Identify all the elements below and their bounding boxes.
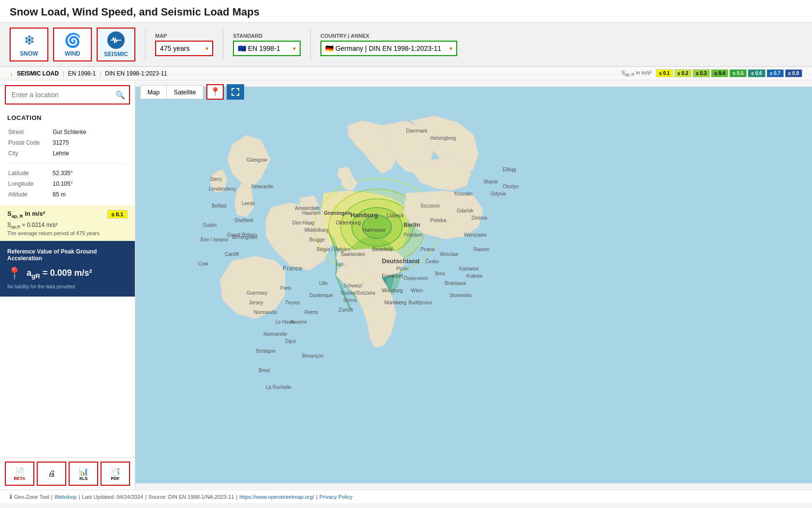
legend-label: Sap, R in m/s² bbox=[622, 70, 652, 77]
pin-icon: 📍 bbox=[7, 267, 22, 280]
svg-text:Česko: Česko bbox=[425, 258, 439, 264]
status-left: ↓ SEISMIC LOAD | EN 1998-1 | DIN EN 1998… bbox=[10, 70, 167, 77]
svg-text:Cork: Cork bbox=[198, 261, 209, 267]
location-row-lon: Longitude 10.105° bbox=[8, 179, 127, 189]
report-button[interactable]: 📄 BETA bbox=[5, 462, 34, 486]
status-standard: EN 1998-1 bbox=[68, 70, 96, 77]
svg-text:Österreich: Österreich bbox=[404, 275, 428, 281]
svg-text:Plzen: Plzen bbox=[396, 266, 408, 271]
location-coords-table: Latitude 52.335° Longitude 10.105° Altit… bbox=[7, 167, 128, 200]
sap-value: Sap,R = 0.0214 m/s² bbox=[7, 222, 128, 229]
standard-select[interactable]: 🇪🇺 EN 1998-1 bbox=[233, 41, 301, 56]
svg-text:Dijon: Dijon bbox=[285, 339, 296, 344]
field-name-street: Street bbox=[8, 127, 52, 137]
legend-item-01: ≤ 0.1 bbox=[656, 69, 673, 77]
svg-text:Wroclaw: Wroclaw bbox=[440, 252, 459, 257]
field-name-postal: Postal Code bbox=[8, 138, 52, 148]
map-area[interactable]: Map Satellite 📍 bbox=[135, 80, 812, 490]
svg-text:Hamburg: Hamburg bbox=[350, 211, 378, 219]
svg-text:Besançon: Besançon bbox=[302, 353, 323, 359]
footer-last-updated: Last Updated: 04/24/2024 bbox=[82, 494, 144, 500]
print-button[interactable]: 🖨 bbox=[37, 462, 66, 486]
svg-text:Saarlandes: Saarlandes bbox=[341, 252, 365, 257]
legend-bar: Sap, R in m/s² ≤ 0.1 ≤ 0.2 ≤ 0.3 ≤ 0.4 ≤… bbox=[622, 69, 803, 77]
svg-text:Budějovice: Budějovice bbox=[408, 300, 432, 305]
toolbar-separator-2 bbox=[223, 30, 223, 59]
field-name-lon: Longitude bbox=[8, 179, 52, 189]
status-bar: ↓ SEISMIC LOAD | EN 1998-1 | DIN EN 1998… bbox=[0, 67, 812, 80]
footer-geo-zone: Geo-Zone Tool bbox=[14, 494, 49, 500]
svg-text:Praha: Praha bbox=[420, 246, 435, 252]
map-select-wrapper: 475 years 95 years 1300 years 2475 years bbox=[155, 41, 213, 56]
sap-section: Sap, R in m/s² ≤ 0.1 Sap,R = 0.0214 m/s²… bbox=[0, 205, 135, 241]
country-select[interactable]: 🇩🇪 Germany | DIN EN 1998-1:2023-11 bbox=[320, 41, 457, 56]
svg-text:Bretagne: Bretagne bbox=[256, 348, 276, 354]
search-box: 🔍 bbox=[5, 85, 130, 105]
seismic-button[interactable]: SEISMIC bbox=[97, 28, 135, 61]
standard-dropdown-label: STANDARD bbox=[233, 33, 301, 39]
svg-text:Leeds: Leeds bbox=[242, 201, 255, 206]
map-tab-map[interactable]: Map bbox=[141, 86, 167, 99]
footer-sep-3: | bbox=[145, 494, 146, 500]
google-maps-button[interactable]: 📍 bbox=[206, 84, 224, 100]
map-select[interactable]: 475 years 95 years 1300 years 2475 years bbox=[155, 41, 213, 56]
sap-header: Sap, R in m/s² ≤ 0.1 bbox=[7, 210, 128, 219]
svg-text:Normandie: Normandie bbox=[263, 331, 287, 337]
svg-rect-3 bbox=[238, 88, 239, 91]
main-content: 🔍 LOCATION Street Gut Schierke Postal Co… bbox=[0, 80, 812, 490]
svg-text:Cardiff: Cardiff bbox=[225, 252, 239, 257]
svg-text:Zielona: Zielona bbox=[471, 215, 487, 221]
svg-text:Suisse/Svizzera: Suisse/Svizzera bbox=[341, 290, 376, 296]
svg-text:Olsztyn: Olsztyn bbox=[503, 184, 519, 189]
location-row-city: City Lehrte bbox=[8, 149, 127, 158]
wind-button[interactable]: 🌀 WIND bbox=[53, 28, 92, 61]
svg-text:Koszalin: Koszalin bbox=[454, 191, 473, 196]
svg-text:Glasgow: Glasgow bbox=[246, 157, 267, 163]
location-row-alt: Altitude 65 m bbox=[8, 190, 127, 199]
footer-webshop[interactable]: Webshop bbox=[54, 494, 76, 500]
field-name-city: City bbox=[8, 149, 52, 158]
page-header: Snow Load, Wind Speed, and Seismic Load … bbox=[0, 0, 812, 23]
svg-text:Elbląg: Elbląg bbox=[503, 167, 516, 172]
svg-text:Bratislava: Bratislava bbox=[445, 281, 466, 286]
agr-formula: agR = 0.009 m/s² bbox=[27, 268, 92, 280]
svg-text:Le Havre: Le Havre bbox=[276, 319, 295, 325]
snow-icon: ❄ bbox=[24, 32, 35, 48]
xls-button[interactable]: 📊 XLS bbox=[69, 462, 98, 486]
footer-osm-link[interactable]: https://www.openstreetmap.org/ bbox=[239, 494, 314, 500]
footer-sep-2: | bbox=[79, 494, 80, 500]
status-load-type: SEISMIC LOAD bbox=[17, 70, 59, 77]
svg-rect-1 bbox=[232, 88, 232, 91]
svg-text:Nürnberg: Nürnberg bbox=[384, 299, 406, 305]
svg-text:Potsdam: Potsdam bbox=[404, 232, 422, 238]
legend-item-05: ≤ 0.5 bbox=[729, 69, 747, 77]
svg-text:Brugge: Brugge bbox=[309, 237, 325, 242]
svg-text:Szczecin: Szczecin bbox=[420, 203, 440, 209]
svg-text:Londonderry: Londonderry bbox=[209, 186, 236, 192]
svg-rect-7 bbox=[238, 93, 239, 96]
svg-text:Normandie: Normandie bbox=[254, 310, 277, 315]
legend-item-03: ≤ 0.3 bbox=[693, 69, 710, 77]
svg-text:Hannover: Hannover bbox=[362, 227, 386, 233]
country-dropdown-label: COUNTRY | ANNEX bbox=[320, 33, 457, 39]
status-annex: DIN EN 1998-1:2023-11 bbox=[105, 70, 167, 77]
svg-text:Schweiz/: Schweiz/ bbox=[343, 283, 362, 288]
svg-text:Gdynia: Gdynia bbox=[491, 191, 506, 196]
svg-text:Polska: Polska bbox=[430, 217, 447, 223]
pdf-button[interactable]: 📑 PDF bbox=[101, 462, 130, 486]
country-select-wrapper: 🇩🇪 Germany | DIN EN 1998-1:2023-11 bbox=[320, 41, 457, 56]
field-value-lon: 10.105° bbox=[53, 179, 127, 189]
footer-privacy[interactable]: Privacy Policy bbox=[319, 494, 352, 500]
svg-text:La Rochelle: La Rochelle bbox=[266, 385, 291, 390]
peak-ground-note: No liability for the data provided bbox=[7, 284, 128, 289]
xls-icon: 📊 bbox=[79, 467, 88, 476]
search-input[interactable] bbox=[5, 85, 130, 105]
fullscreen-button[interactable] bbox=[227, 84, 244, 100]
snow-button[interactable]: ❄ SNOW bbox=[10, 28, 48, 61]
peak-ground-section: Reference Value of Peak Ground Accelerat… bbox=[0, 241, 135, 297]
snow-label: SNOW bbox=[20, 50, 38, 57]
svg-text:Haarlem: Haarlem bbox=[302, 210, 320, 216]
status-arrow-icon: ↓ bbox=[10, 70, 13, 77]
map-tab-satellite[interactable]: Satellite bbox=[167, 86, 203, 99]
svg-text:Derry: Derry bbox=[210, 177, 222, 182]
